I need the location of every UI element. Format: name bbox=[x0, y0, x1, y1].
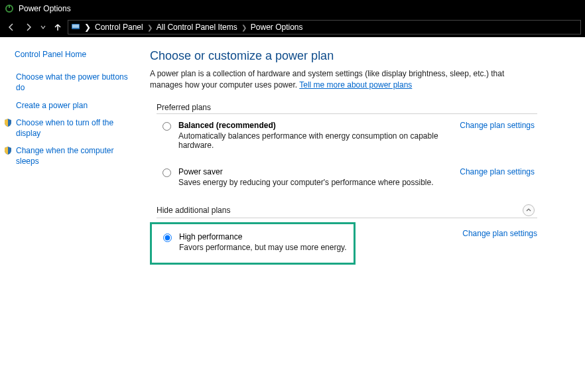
sidebar-link-power-buttons[interactable]: Choose what the power buttons do bbox=[16, 72, 133, 93]
shield-icon bbox=[3, 117, 13, 128]
sidebar-link-turn-off-display[interactable]: Choose when to turn off the display bbox=[16, 117, 133, 139]
titlebar: Power Options bbox=[0, 0, 585, 17]
plan-name-saver[interactable]: Power saver bbox=[178, 167, 446, 176]
chevron-right-icon: ❯ bbox=[241, 24, 247, 31]
breadcrumb-control-panel[interactable]: Control Panel ❯ bbox=[95, 23, 153, 32]
window-title: Power Options bbox=[19, 4, 71, 13]
navbar: ❯ Control Panel ❯ All Control Panel Item… bbox=[0, 17, 585, 37]
tell-me-more-link[interactable]: Tell me more about power plans bbox=[299, 80, 412, 90]
highlight-box: High performance Favors performance, but… bbox=[150, 222, 356, 265]
plan-desc-high: Favors performance, but may use more ene… bbox=[179, 243, 347, 252]
plan-desc-balanced: Automatically balances performance with … bbox=[178, 131, 446, 150]
sidebar: Control Panel Home Choose what the power… bbox=[0, 37, 139, 392]
chevron-right-icon: ❯ bbox=[84, 23, 91, 32]
sidebar-link-create-plan[interactable]: Create a power plan bbox=[16, 100, 88, 111]
page-title: Choose or customize a power plan bbox=[150, 49, 537, 63]
change-settings-saver[interactable]: Change plan settings bbox=[460, 167, 535, 176]
breadcrumb-power-options[interactable]: Power Options bbox=[251, 23, 303, 32]
hide-additional-plans-label[interactable]: Hide additional plans bbox=[157, 204, 537, 218]
plan-row-saver: Power saver Saves energy by reducing you… bbox=[150, 162, 537, 190]
forward-button[interactable] bbox=[21, 20, 36, 34]
plan-name-balanced[interactable]: Balanced (recommended) bbox=[178, 121, 446, 130]
power-options-icon bbox=[4, 3, 15, 14]
svg-rect-3 bbox=[72, 25, 79, 28]
main-panel: Choose or customize a power plan A power… bbox=[139, 37, 564, 392]
chevron-right-icon: ❯ bbox=[147, 24, 153, 31]
change-settings-high[interactable]: Change plan settings bbox=[363, 220, 537, 238]
up-button[interactable] bbox=[50, 20, 65, 34]
shield-icon bbox=[3, 145, 13, 156]
plan-radio-high[interactable] bbox=[163, 233, 172, 242]
plan-row-balanced: Balanced (recommended) Automatically bal… bbox=[150, 115, 537, 153]
change-settings-balanced[interactable]: Change plan settings bbox=[460, 121, 535, 130]
page-description: A power plan is a collection of hardware… bbox=[150, 68, 537, 91]
plan-radio-saver[interactable] bbox=[162, 168, 171, 177]
plan-row-high: High performance Favors performance, but… bbox=[153, 228, 350, 255]
plan-name-high[interactable]: High performance bbox=[179, 232, 347, 241]
plan-desc-saver: Saves energy by reducing your computer's… bbox=[178, 178, 446, 187]
control-panel-home-link[interactable]: Control Panel Home bbox=[15, 49, 133, 60]
plan-radio-balanced[interactable] bbox=[162, 122, 171, 131]
control-panel-icon bbox=[71, 22, 80, 33]
collapse-icon[interactable] bbox=[523, 204, 535, 216]
preferred-plans-label: Preferred plans bbox=[157, 103, 537, 114]
back-button[interactable] bbox=[4, 20, 19, 34]
sidebar-link-computer-sleeps[interactable]: Change when the computer sleeps bbox=[16, 145, 133, 166]
breadcrumb-all-items[interactable]: All Control Panel Items ❯ bbox=[157, 23, 247, 32]
address-bar[interactable]: ❯ Control Panel ❯ All Control Panel Item… bbox=[68, 20, 581, 34]
recent-dropdown[interactable] bbox=[38, 20, 48, 34]
content-area: Control Panel Home Choose what the power… bbox=[0, 37, 585, 392]
